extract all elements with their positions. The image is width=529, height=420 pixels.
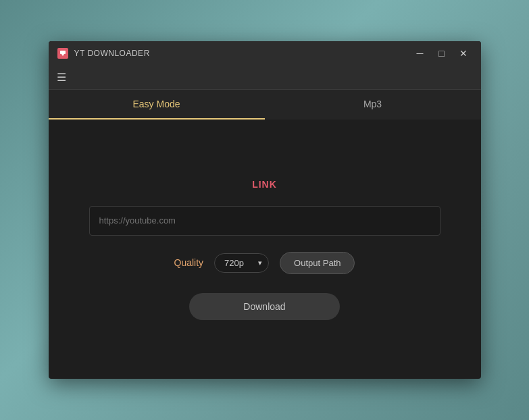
tab-mp3[interactable]: Mp3 [265, 90, 481, 120]
menu-icon[interactable]: ☰ [57, 71, 66, 84]
tab-bar: Easy Mode Mp3 [49, 90, 481, 120]
url-input[interactable] [89, 206, 440, 236]
controls-row: Quality 360p 480p 720p 1080p 1440p 2160p… [89, 252, 440, 274]
quality-select[interactable]: 360p 480p 720p 1080p 1440p 2160p [214, 253, 269, 273]
link-label: LINK [252, 179, 277, 190]
quality-select-wrapper: 360p 480p 720p 1080p 1440p 2160p [214, 253, 269, 273]
toolbar: ☰ [49, 65, 481, 90]
tab-easy-mode-label: Easy Mode [132, 99, 180, 109]
window-title: YT DOWNLOADER [74, 49, 411, 58]
app-icon [57, 47, 69, 59]
main-content: LINK Quality 360p 480p 720p 1080p 1440p … [49, 120, 481, 379]
window-controls: ─ □ ✕ [411, 44, 473, 63]
close-button[interactable]: ✕ [454, 44, 473, 63]
minimize-button[interactable]: ─ [411, 44, 430, 63]
tab-mp3-label: Mp3 [363, 99, 382, 109]
quality-label: Quality [174, 257, 204, 268]
download-button[interactable]: Download [189, 293, 339, 320]
maximize-button[interactable]: □ [432, 44, 451, 63]
output-path-button[interactable]: Output Path [280, 252, 355, 274]
app-window: YT DOWNLOADER ─ □ ✕ ☰ Easy Mode Mp3 LINK… [49, 41, 481, 379]
tab-easy-mode[interactable]: Easy Mode [49, 90, 265, 120]
titlebar: YT DOWNLOADER ─ □ ✕ [49, 41, 481, 65]
svg-rect-1 [60, 51, 66, 54]
